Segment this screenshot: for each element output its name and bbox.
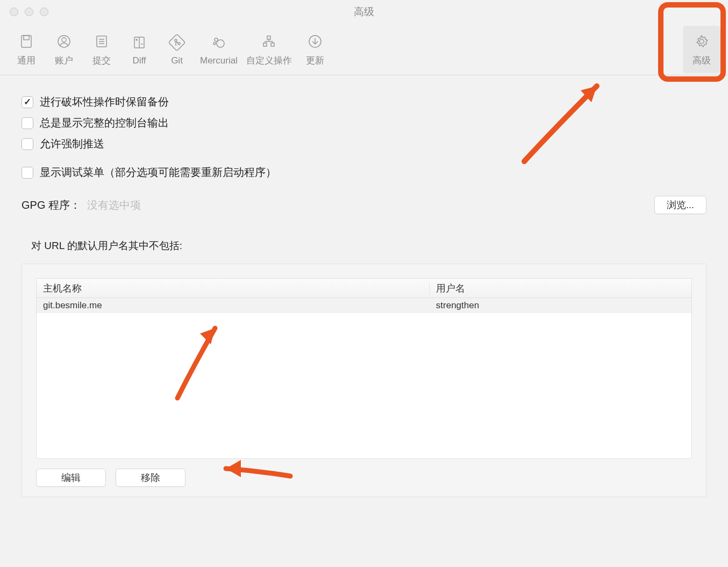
gpg-row: GPG 程序： 没有选中项 浏览...: [22, 196, 706, 214]
table-row[interactable]: git.besmile.me strengthen: [37, 298, 691, 313]
close-window-button[interactable]: [10, 8, 18, 16]
tab-diff[interactable]: Diff: [120, 26, 158, 73]
hosts-table-container: 主机名称 用户名 git.besmile.me strengthen 编辑 移除: [22, 264, 706, 497]
account-icon: [54, 32, 74, 51]
tab-general[interactable]: 通用: [8, 26, 45, 73]
browse-button[interactable]: 浏览...: [654, 196, 706, 214]
cell-host: git.besmile.me: [37, 300, 430, 311]
edit-button[interactable]: 编辑: [36, 469, 106, 487]
svg-rect-0: [22, 36, 31, 47]
table-header: 主机名称 用户名: [37, 279, 691, 298]
toolbar: 通用 账户 提交 Diff Git Mercurial 自定义操作 更新 高级: [0, 24, 728, 75]
window-title: 高级: [354, 5, 374, 19]
general-icon: [17, 32, 36, 51]
content: 进行破坏性操作时保留备份 总是显示完整的控制台输出 允许强制推送 显示调试菜单（…: [0, 75, 728, 516]
tab-label: 账户: [55, 54, 73, 67]
checkbox-backup-destructive[interactable]: 进行破坏性操作时保留备份: [22, 95, 706, 109]
tab-label: 提交: [92, 54, 111, 67]
tab-custom-actions[interactable]: 自定义操作: [242, 26, 296, 73]
checkbox-label: 进行破坏性操作时保留备份: [40, 95, 169, 109]
tab-advanced[interactable]: 高级: [683, 26, 720, 73]
custom-actions-icon: [259, 32, 279, 51]
checkbox-icon[interactable]: [22, 117, 33, 129]
tab-label: 高级: [693, 54, 711, 67]
hosts-section-label: 对 URL 的默认用户名其中不包括:: [31, 239, 706, 253]
svg-point-30: [700, 39, 704, 44]
svg-rect-22: [263, 43, 267, 46]
checkbox-label: 总是显示完整的控制台输出: [40, 116, 169, 130]
minimize-window-button[interactable]: [25, 8, 33, 16]
svg-rect-21: [267, 36, 270, 39]
checkbox-force-push[interactable]: 允许强制推送: [22, 137, 706, 151]
gear-icon: [692, 32, 711, 51]
diff-icon: [130, 33, 149, 52]
traffic-lights: [0, 8, 48, 16]
svg-rect-1: [24, 36, 29, 40]
git-icon: [167, 33, 187, 52]
svg-point-14: [175, 39, 177, 41]
checkbox-label: 允许强制推送: [40, 137, 104, 151]
checkbox-label: 显示调试菜单（部分选项可能需要重新启动程序）: [40, 165, 276, 180]
checkbox-icon[interactable]: [22, 138, 33, 150]
gpg-label: GPG 程序：: [22, 198, 81, 212]
column-host[interactable]: 主机名称: [37, 282, 430, 295]
titlebar: 高级: [0, 0, 728, 24]
remove-button[interactable]: 移除: [116, 469, 185, 487]
mercurial-icon: [209, 33, 229, 52]
tab-label: Git: [171, 55, 183, 66]
hosts-table: 主机名称 用户名 git.besmile.me strengthen: [36, 278, 692, 459]
update-icon: [305, 32, 325, 51]
checkbox-full-console[interactable]: 总是显示完整的控制台输出: [22, 116, 706, 130]
cell-user: strengthen: [430, 300, 691, 311]
svg-rect-23: [271, 43, 274, 46]
gpg-value: 没有选中项: [87, 198, 141, 212]
svg-point-19: [215, 38, 218, 41]
tab-account[interactable]: 账户: [45, 26, 83, 73]
zoom-window-button[interactable]: [40, 8, 48, 16]
tab-update[interactable]: 更新: [296, 26, 334, 73]
column-user[interactable]: 用户名: [430, 282, 691, 295]
svg-point-20: [213, 42, 216, 45]
checkbox-icon[interactable]: [22, 167, 33, 179]
tab-label: 更新: [306, 54, 324, 67]
tab-commit[interactable]: 提交: [83, 26, 120, 73]
checkbox-icon[interactable]: [22, 96, 33, 108]
tab-label: 自定义操作: [246, 54, 292, 67]
tab-mercurial[interactable]: Mercurial: [196, 26, 242, 73]
tab-label: Mercurial: [200, 55, 238, 66]
table-buttons: 编辑 移除: [36, 469, 692, 487]
tab-label: Diff: [132, 55, 146, 66]
checkbox-debug-menu[interactable]: 显示调试菜单（部分选项可能需要重新启动程序）: [22, 165, 706, 180]
commit-icon: [92, 32, 111, 51]
svg-point-3: [62, 38, 66, 42]
tab-git[interactable]: Git: [158, 26, 196, 73]
tab-label: 通用: [17, 54, 35, 67]
